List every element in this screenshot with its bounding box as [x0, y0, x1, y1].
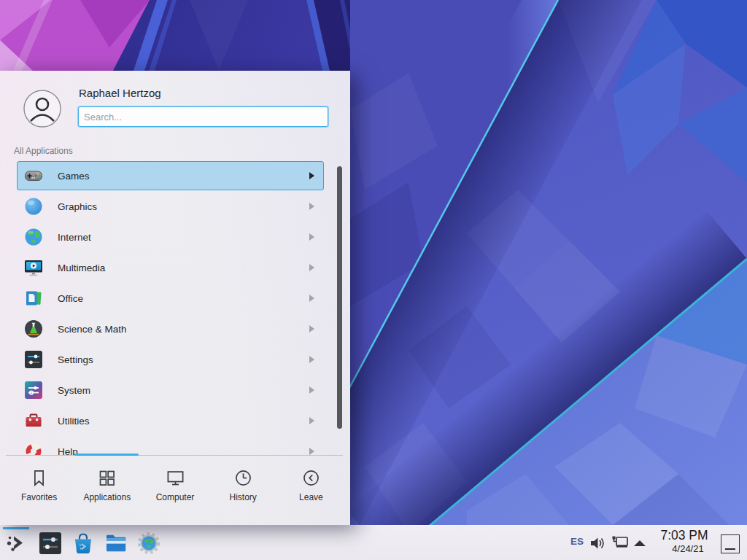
chevron-right-icon [309, 203, 314, 210]
menu-item-label: Internet [58, 232, 309, 243]
scrollbar[interactable] [337, 166, 342, 429]
expand-tray-caret-icon[interactable] [634, 540, 646, 546]
show-desktop-button[interactable] [721, 534, 740, 553]
launcher-header: Raphael Hertzog [0, 71, 350, 135]
file-manager-icon[interactable] [104, 532, 128, 555]
chevron-right-icon [309, 356, 314, 363]
kde-launcher-icon[interactable] [5, 532, 28, 555]
user-name: Raphael Hertzog [79, 87, 161, 99]
tab-label: History [230, 492, 257, 502]
menu-item-label: Graphics [58, 201, 309, 212]
chevron-right-icon [309, 264, 314, 271]
menu-item-office[interactable]: Office [17, 284, 324, 313]
launcher-active-indicator [3, 527, 29, 529]
leave-icon [301, 468, 321, 488]
gamepad-icon [24, 166, 43, 185]
computer-icon [166, 468, 185, 488]
menu-item-settings[interactable]: Settings [17, 345, 324, 374]
menu-item-graphics[interactable]: Graphics [17, 192, 324, 221]
tab-label: Favorites [21, 492, 57, 502]
volume-icon[interactable] [589, 535, 605, 551]
category-list: Games Graphics Internet [0, 161, 350, 455]
digital-clock[interactable]: 7:03 PM 4/24/21 [651, 528, 717, 554]
menu-item-label: Office [58, 293, 309, 304]
keyboard-layout-indicator[interactable]: ES [568, 536, 586, 547]
graphics-sphere-icon [24, 197, 43, 216]
section-label: All Applications [14, 146, 73, 156]
system-settings-icon[interactable] [39, 532, 62, 555]
tab-leave[interactable]: Leave [277, 458, 345, 525]
history-clock-icon [233, 468, 253, 488]
menu-item-label: System [58, 385, 309, 396]
menu-item-system[interactable]: System [17, 376, 324, 405]
help-lifebuoy-icon [24, 442, 43, 455]
network-icon[interactable] [611, 535, 630, 551]
launcher-tab-bar: Favorites Applications Computer [5, 458, 345, 525]
user-avatar-icon [23, 90, 61, 128]
chevron-right-icon [309, 386, 314, 394]
menu-item-label: Science & Math [58, 324, 309, 335]
app-grid-icon [97, 468, 117, 488]
science-flask-icon [24, 319, 43, 338]
system-sliders-icon [24, 381, 43, 400]
utilities-toolbox-icon [24, 411, 43, 430]
menu-item-label: Settings [58, 354, 309, 365]
browser-globe-icon[interactable] [137, 532, 160, 555]
taskbar: ES 7:03 PM 4/24/21 [0, 525, 747, 560]
tab-label: Applications [83, 492, 131, 502]
clock-date: 4/24/21 [651, 543, 717, 554]
menu-item-science-math[interactable]: Science & Math [17, 314, 324, 343]
tab-favorites[interactable]: Favorites [5, 458, 73, 525]
separator [6, 455, 343, 456]
search-input[interactable] [78, 106, 328, 127]
menu-item-label: Games [58, 171, 309, 182]
chevron-right-icon [309, 172, 314, 179]
globe-icon [24, 228, 43, 246]
chevron-right-icon [309, 325, 314, 332]
tab-label: Leave [299, 492, 323, 502]
settings-sliders-icon [24, 350, 43, 369]
active-tab-indicator [74, 454, 139, 456]
bookmark-icon [29, 468, 49, 488]
clock-time: 7:03 PM [651, 528, 717, 543]
application-launcher-menu: Raphael Hertzog All Applications Games [0, 71, 350, 525]
tab-applications[interactable]: Applications [73, 458, 141, 525]
menu-item-label: Multimedia [58, 262, 309, 273]
chevron-right-icon [309, 448, 314, 455]
menu-item-internet[interactable]: Internet [17, 222, 324, 252]
discover-icon[interactable] [71, 532, 95, 555]
chevron-right-icon [309, 417, 314, 424]
chevron-right-icon [309, 233, 314, 241]
tab-history[interactable]: History [209, 458, 277, 525]
office-documents-icon [24, 289, 43, 308]
tab-computer[interactable]: Computer [141, 458, 209, 525]
menu-item-label: Utilities [58, 416, 309, 427]
menu-item-utilities[interactable]: Utilities [17, 406, 324, 435]
menu-item-multimedia[interactable]: Multimedia [17, 253, 324, 282]
multimedia-monitor-icon [24, 258, 43, 277]
menu-item-games[interactable]: Games [17, 161, 324, 190]
chevron-right-icon [309, 295, 314, 302]
tab-label: Computer [156, 492, 195, 502]
menu-item-help[interactable]: Help [17, 437, 324, 455]
